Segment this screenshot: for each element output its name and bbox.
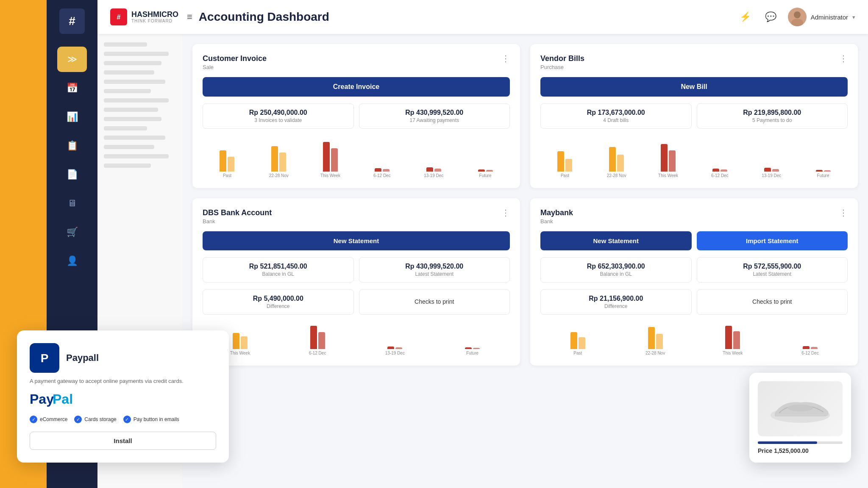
vendor-bills-menu-icon[interactable]: ⋮ xyxy=(839,54,848,63)
sidebar-item-reports[interactable]: 📋 xyxy=(57,133,87,158)
maybank-menu-icon[interactable]: ⋮ xyxy=(839,208,848,217)
create-invoice-button[interactable]: Create Invoice xyxy=(203,77,510,97)
sidebar-item-ecommerce[interactable]: 🛒 xyxy=(57,219,87,245)
dbs-bank-stat2: Rp 430,999,520.00 Latest Statement xyxy=(359,257,510,283)
svg-text:Pay: Pay xyxy=(30,391,54,407)
vb-bar-dec1319-2 xyxy=(772,169,779,172)
paypal-feature-ecommerce-label: eCommerce xyxy=(40,416,67,422)
vb-bar-thisweek-1 xyxy=(661,144,668,172)
dbs-bank-menu-icon[interactable]: ⋮ xyxy=(501,208,510,217)
mb-chart-group-thisweek: This Week xyxy=(696,326,771,355)
skeleton-line xyxy=(104,117,161,121)
maybank-stat4[interactable]: Checks to print xyxy=(697,289,848,315)
vendor-bills-stats: Rp 173,673,000.00 4 Draft bills Rp 219,8… xyxy=(540,103,848,129)
svg-point-3 xyxy=(794,11,801,18)
dbs-new-statement-button[interactable]: New Statement xyxy=(203,231,510,250)
dbs-bank-stat4[interactable]: Checks to print xyxy=(359,289,510,315)
customer-invoice-stat2-amount: Rp 430,999,520.00 xyxy=(366,109,503,116)
paypal-features: ✓ eCommerce ✓ Cards storage ✓ Pay button… xyxy=(30,416,216,423)
skeleton-line xyxy=(104,80,165,84)
maybank-title: Maybank xyxy=(540,208,573,217)
lightning-icon[interactable]: ⚡ xyxy=(737,8,754,25)
vendor-bills-stat1-label: 4 Draft bills xyxy=(548,117,684,123)
check-cards-icon: ✓ xyxy=(74,416,82,423)
chart-group-dec1319: 13-19 Dec xyxy=(409,142,458,178)
dbs-bar-dec1319-1 xyxy=(387,347,394,349)
bar-thisweek-1 xyxy=(323,142,330,172)
sidebar-item-home[interactable]: ≫ xyxy=(57,47,87,72)
sidebar-item-user[interactable]: 👤 xyxy=(57,248,87,274)
dbs-bank-stat1: Rp 521,851,450.00 Balance in GL xyxy=(203,257,354,283)
paypal-feature-cards-label: Cards storage xyxy=(84,416,116,422)
vb-chart-label-future: Future xyxy=(817,173,829,178)
maybank-import-statement-button[interactable]: Import Statement xyxy=(697,231,848,250)
sidebar-item-calendar[interactable]: 📅 xyxy=(57,75,87,101)
dbs-chart-group-dec1319: 13-19 Dec xyxy=(358,326,433,355)
dbs-chart-label-dec612: 6-12 Dec xyxy=(309,351,326,355)
user-chevron-icon: ▾ xyxy=(852,14,855,20)
hamburger-icon[interactable]: ≡ xyxy=(187,11,192,22)
chart-group-thisweek: This Week xyxy=(306,142,355,178)
maybank-stats-row1: Rp 652,303,900.00 Balance in GL Rp 572,5… xyxy=(540,257,848,283)
brand-icon: # xyxy=(110,8,127,25)
paypal-feature-cards: ✓ Cards storage xyxy=(74,416,116,423)
vb-bar-future-2 xyxy=(824,170,831,172)
paypal-icon: P xyxy=(30,343,59,373)
sidebar-item-monitor[interactable]: 🖥 xyxy=(57,191,87,216)
chat-icon[interactable]: 💬 xyxy=(762,8,779,25)
paypal-feature-email: ✓ Pay button in emails xyxy=(123,416,179,423)
logo-hash-icon: # xyxy=(59,8,85,34)
vendor-bills-stat1: Rp 173,673,000.00 4 Draft bills xyxy=(540,103,692,129)
skeleton-line xyxy=(104,108,158,112)
skeleton-line xyxy=(104,70,154,75)
customer-invoice-stat2: Rp 430,999,520.00 17 Awaiting payments xyxy=(359,103,510,129)
mb-bar-nov-2 xyxy=(656,334,663,349)
vendor-bills-stat2: Rp 219,895,800.00 5 Payments to do xyxy=(697,103,848,129)
maybank-stats-row2: Rp 21,156,900.00 Difference Checks to pr… xyxy=(540,289,848,315)
dbs-bank-chart: This Week 6-12 Dec 13-19 Dec xyxy=(203,322,510,355)
brand-logo: # HASHMICRO THINK FORWARD xyxy=(110,8,178,25)
customer-invoice-subtitle: Sale xyxy=(203,64,267,70)
dbs-bank-stat1-label: Balance in GL xyxy=(210,271,347,277)
shoe-price-bar-fill xyxy=(758,441,817,444)
dbs-bank-stat3: Rp 5,490,000.00 Difference xyxy=(203,289,354,315)
paypal-title: Paypall xyxy=(66,352,99,363)
chart-group-dec612: 6-12 Dec xyxy=(357,142,406,178)
maybank-new-statement-button[interactable]: New Statement xyxy=(540,231,692,250)
maybank-stat3: Rp 21,156,900.00 Difference xyxy=(540,289,692,315)
vendor-bills-subtitle: Purchase xyxy=(540,64,584,70)
bar-thisweek-2 xyxy=(331,148,338,172)
maybank-chart: Past 22-28 Nov This Week xyxy=(540,322,848,355)
shoe-price-bar xyxy=(758,441,843,444)
check-ecommerce-icon: ✓ xyxy=(30,416,37,423)
chart-label-thisweek: This Week xyxy=(320,173,340,178)
dbs-bar-dec1319-2 xyxy=(395,347,402,349)
mb-chart-label-nov: 22-28 Nov xyxy=(645,351,665,355)
maybank-stat2-amount: Rp 572,555,900.00 xyxy=(704,263,841,270)
vb-bar-thisweek-2 xyxy=(669,150,676,172)
shoe-svg xyxy=(766,392,834,426)
customer-invoice-menu-icon[interactable]: ⋮ xyxy=(501,54,510,63)
mb-chart-label-past: Past xyxy=(573,351,582,355)
vb-bar-past-2 xyxy=(565,159,572,172)
maybank-header: Maybank Bank ⋮ xyxy=(540,208,848,225)
maybank-title-group: Maybank Bank xyxy=(540,208,573,225)
paypal-popup: P Paypall A payment gateway to accept on… xyxy=(17,330,229,463)
customer-invoice-chart: Past 22-28 Nov This Week xyxy=(203,136,510,178)
vb-chart-group-thisweek: This Week xyxy=(644,142,693,178)
vb-bar-past-1 xyxy=(557,151,564,172)
brand-text: HASHMICRO THINK FORWARD xyxy=(131,11,178,24)
chart-label-dec1319: 13-19 Dec xyxy=(424,173,443,178)
vb-bar-future-1 xyxy=(816,170,823,172)
sidebar-item-analytics[interactable]: 📊 xyxy=(57,104,87,130)
dbs-bank-buttons: New Statement xyxy=(203,231,510,250)
vendor-bills-title-group: Vendor Bills Purchase xyxy=(540,54,584,70)
user-name: Administrator xyxy=(811,14,848,21)
install-button[interactable]: Install xyxy=(30,432,216,450)
new-bill-button[interactable]: New Bill xyxy=(540,77,848,97)
dbs-chart-label-tw: This Week xyxy=(230,351,250,355)
sidebar-item-documents[interactable]: 📄 xyxy=(57,162,87,187)
paypal-description: A payment gateway to accept online payme… xyxy=(30,378,216,384)
user-area[interactable]: Administrator ▾ xyxy=(788,8,855,26)
dbs-bar-future-1 xyxy=(465,347,472,349)
